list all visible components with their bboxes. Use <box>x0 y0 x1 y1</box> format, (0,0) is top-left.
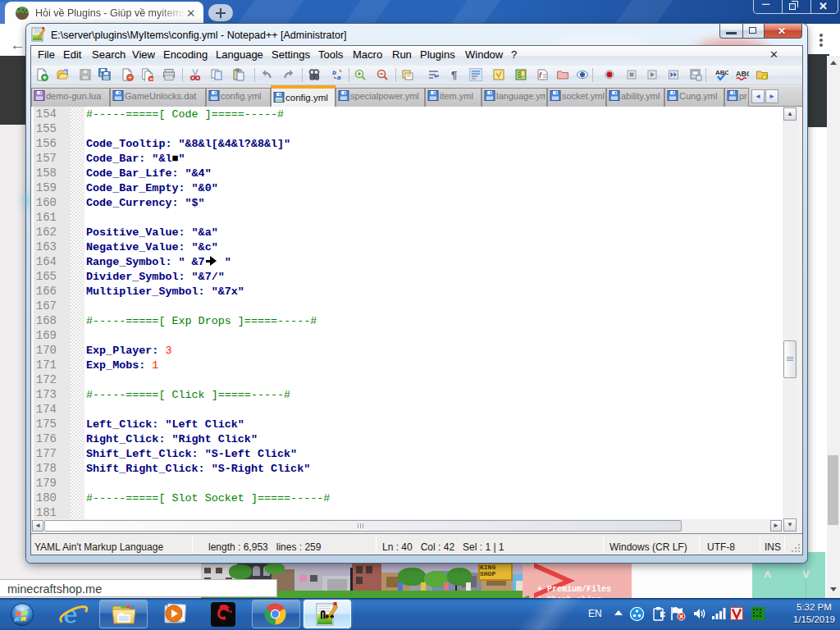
svg-text:ABC: ABC <box>715 69 728 76</box>
svg-text:a: a <box>337 74 341 81</box>
svg-text:b: b <box>332 69 336 76</box>
svg-text:ABC: ABC <box>736 70 749 78</box>
svg-text:¶: ¶ <box>451 69 457 81</box>
